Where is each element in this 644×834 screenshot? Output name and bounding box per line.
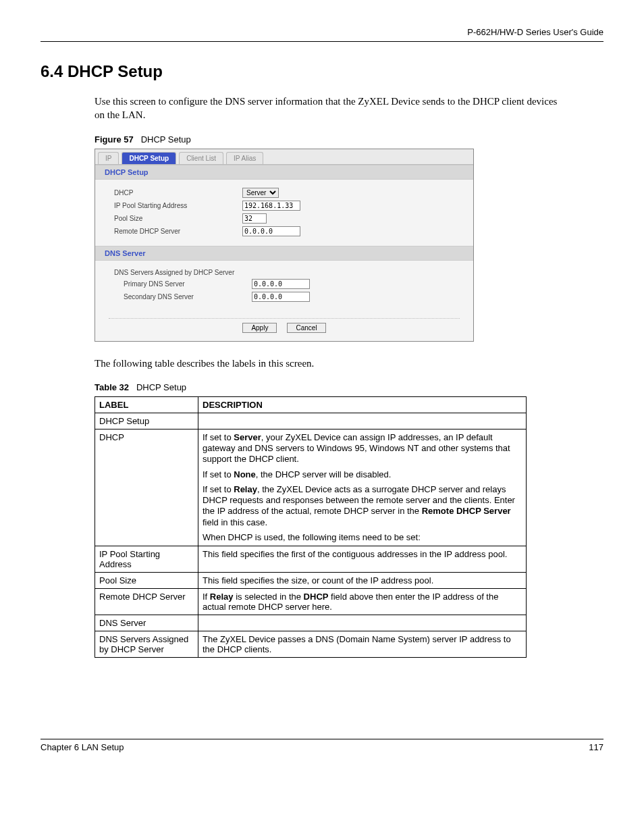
cell-desc: If set to Server, your ZyXEL Device can …: [198, 429, 527, 546]
cell-desc: [198, 615, 527, 631]
footer-page-number: 117: [589, 742, 603, 752]
footer-chapter: Chapter 6 LAN Setup: [41, 742, 124, 752]
table-row: DHCP Setup: [95, 413, 527, 429]
pool-size-input[interactable]: [242, 213, 267, 224]
tab-ip-alias[interactable]: IP Alias: [226, 152, 263, 164]
cell-label: DNS Server: [95, 615, 198, 631]
secondary-dns-input[interactable]: [252, 292, 310, 302]
dhcp-label: DHCP: [114, 189, 242, 197]
tab-client-list[interactable]: Client List: [179, 152, 223, 164]
pool-size-label: Pool Size: [114, 215, 242, 222]
ip-pool-start-input[interactable]: [242, 201, 300, 211]
table-title: DHCP Setup: [136, 382, 186, 392]
cell-desc: This field specifies the first of the co…: [198, 546, 527, 573]
remote-dhcp-label: Remote DHCP Server: [114, 228, 242, 235]
figure-label: Figure 57: [95, 134, 134, 145]
table-row: IP Pool Starting Address This field spec…: [95, 546, 527, 573]
dns-server-form: DNS Servers Assigned by DHCP Server Prim…: [95, 261, 473, 311]
table-label: Table 32: [95, 382, 129, 392]
dhcp-setup-screenshot: IP DHCP Setup Client List IP Alias DHCP …: [95, 149, 474, 342]
tab-dhcp-setup[interactable]: DHCP Setup: [122, 152, 176, 164]
dns-assigned-label: DNS Servers Assigned by DHCP Server: [114, 269, 234, 276]
cell-desc: [198, 413, 527, 429]
table-row: DHCP If set to Server, your ZyXEL Device…: [95, 429, 527, 546]
cell-label: Pool Size: [95, 573, 198, 589]
dhcp-setup-form: DHCP Server IP Pool Starting Address Poo…: [95, 180, 473, 246]
remote-dhcp-input[interactable]: [242, 226, 300, 236]
section-heading: 6.4 DHCP Setup: [41, 62, 603, 81]
dhcp-select[interactable]: Server: [242, 188, 279, 198]
section-bar-dns-server: DNS Server: [95, 246, 473, 261]
figure-caption: Figure 57 DHCP Setup: [95, 134, 603, 145]
secondary-dns-label: Secondary DNS Server: [114, 293, 252, 301]
page-footer: Chapter 6 LAN Setup 117: [41, 739, 603, 752]
cell-label: DHCP Setup: [95, 413, 198, 429]
cell-label: IP Pool Starting Address: [95, 546, 198, 573]
cancel-button[interactable]: Cancel: [287, 323, 325, 333]
button-row: Apply Cancel: [109, 318, 460, 341]
cell-label: Remote DHCP Server: [95, 589, 198, 615]
th-label: LABEL: [95, 396, 198, 413]
table-row: Pool Size This field specifies the size,…: [95, 573, 527, 589]
guide-title: P-662H/HW-D Series User's Guide: [41, 27, 603, 37]
after-figure-paragraph: The following table describes the labels…: [95, 357, 563, 370]
cell-desc: The ZyXEL Device passes a DNS (Domain Na…: [198, 631, 527, 658]
apply-button[interactable]: Apply: [242, 323, 277, 333]
cell-desc: This field specifies the size, or count …: [198, 573, 527, 589]
tab-bar: IP DHCP Setup Client List IP Alias: [95, 149, 473, 165]
section-bar-dhcp-setup: DHCP Setup: [95, 165, 473, 180]
cell-label: DHCP: [95, 429, 198, 546]
intro-paragraph: Use this screen to configure the DNS ser…: [95, 95, 563, 122]
cell-label: DNS Servers Assigned by DHCP Server: [95, 631, 198, 658]
header-rule: [41, 41, 603, 42]
ip-pool-start-label: IP Pool Starting Address: [114, 202, 242, 209]
description-table: LABEL DESCRIPTION DHCP Setup DHCP If set…: [95, 396, 527, 658]
th-description: DESCRIPTION: [198, 396, 527, 413]
figure-title: DHCP Setup: [141, 134, 191, 145]
primary-dns-input[interactable]: [252, 279, 310, 289]
tab-ip[interactable]: IP: [98, 152, 119, 164]
cell-desc: If Relay is selected in the DHCP field a…: [198, 589, 527, 615]
table-caption: Table 32 DHCP Setup: [95, 382, 603, 392]
table-row: DNS Servers Assigned by DHCP Server The …: [95, 631, 527, 658]
primary-dns-label: Primary DNS Server: [114, 280, 252, 288]
table-row: DNS Server: [95, 615, 527, 631]
table-row: Remote DHCP Server If Relay is selected …: [95, 589, 527, 615]
